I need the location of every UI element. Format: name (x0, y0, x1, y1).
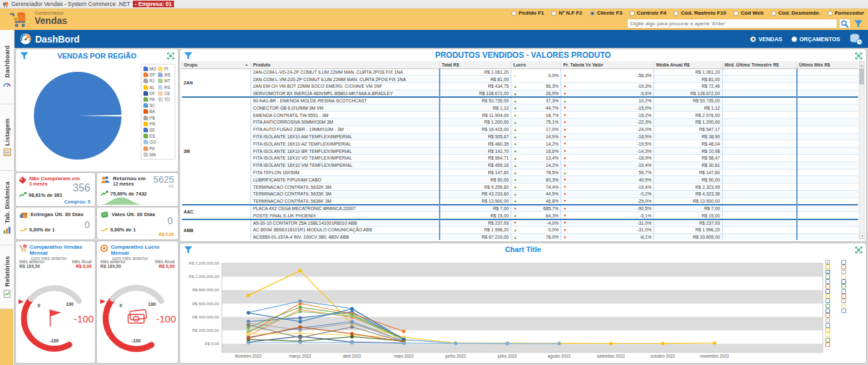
legend-item[interactable]: AL (143, 84, 158, 90)
scrollbar-thumb[interactable] (859, 68, 864, 84)
table-row[interactable]: TERMINACAO CONTRATIL 5633K 3MR$ 43.233,6… (182, 191, 859, 198)
series-checkbox[interactable] (825, 304, 830, 308)
search-mode-radio[interactable]: Nº N.F F2 (551, 10, 582, 16)
database-sync-icon[interactable] (849, 33, 863, 45)
series-checkbox[interactable] (825, 279, 830, 284)
series-checkbox[interactable] (825, 338, 830, 342)
series-checkbox[interactable] (841, 265, 846, 269)
column-header[interactable]: Produto (251, 61, 440, 68)
legend-item[interactable]: SP (143, 72, 158, 78)
series-checkbox[interactable] (825, 308, 830, 313)
kpi-card-vales[interactable]: Vales Últ. 30 Dias 0,00% de 1 0 R$ 0,00 (97, 207, 178, 239)
table-row[interactable]: ABBA9-30-10 CONTATOR 25A 1SBL141001R8010… (182, 219, 859, 227)
series-checkbox[interactable] (841, 270, 846, 275)
series-checkbox[interactable] (825, 328, 830, 332)
sidebar-item-listagem[interactable]: Listagem (0, 104, 14, 171)
scroll-up-icon[interactable]: ▲ (859, 62, 864, 68)
series-checkbox[interactable] (841, 289, 846, 294)
search-mode-radio[interactable]: Controle F4 (630, 10, 666, 16)
table-row[interactable]: FITA TEFLON 18X50MR$ 147,60▲78,5%▲59,7%R… (182, 169, 859, 176)
series-checkbox[interactable] (841, 279, 846, 284)
legend-item[interactable]: CE (158, 90, 173, 96)
legend-item[interactable]: PE (143, 146, 158, 152)
search-mode-radio[interactable]: Fornecedor (827, 10, 864, 16)
table-row[interactable]: FITA ISOLANTE 18X10 VM TEMFLEX/IMPERIALR… (182, 162, 859, 169)
table-row[interactable]: AC 800M 3BSE018101R1 MODULO COMUNICAÇÃO … (182, 227, 859, 234)
legend-item[interactable]: MA (143, 152, 158, 158)
table-header-row[interactable]: Grupo ▲ProdutoTotal R$LucroPr. Tabela Vs… (182, 61, 859, 68)
legend-item[interactable]: MS (158, 72, 173, 78)
sidebar-item-relatorios[interactable]: Relatórios (0, 245, 14, 309)
legend-item[interactable]: SE (143, 127, 158, 133)
series-checkbox[interactable] (841, 260, 846, 265)
search-mode-radio[interactable]: Cód. Rastreio F10 (673, 10, 726, 16)
search-button[interactable] (839, 19, 851, 29)
search-mode-radio[interactable]: Pedido F1 (511, 10, 544, 16)
search-input[interactable] (627, 19, 837, 29)
table-row[interactable]: 2AN EM CH VM BOT 22MM SOCO EMERG. C/CHAV… (182, 83, 859, 90)
legend-item[interactable]: PR (143, 121, 158, 127)
search-mode-radio[interactable]: Cód Web (733, 10, 764, 16)
series-checkbox[interactable] (825, 265, 830, 269)
kpi-card-nao-compraram[interactable]: Não Compraram em 3 meses 98,61% de 361 3… (16, 173, 95, 206)
sidebar-item-tab-dinamica[interactable]: Tab. Dinâmica (0, 171, 14, 245)
table-row[interactable]: EMENDA CONTRATIL TW-5551 - 3MR$ 11.904,0… (182, 112, 859, 119)
kpi-card-retornou[interactable]: Retornou em 12 meses 5625 RS 75,69% de 7… (97, 173, 178, 206)
column-header[interactable]: Média Anual R$ (654, 61, 723, 68)
table-row[interactable]: 3M90-NA1-BR - EMENDA MOLDE-RESINA SCOTCH… (182, 97, 859, 104)
legend-item[interactable]: SC (143, 102, 158, 108)
table-row[interactable]: 2AN2AN-COM-L-VD-24-2P COMUT ILUM 22MM MA… (182, 68, 859, 76)
series-checkbox[interactable] (841, 284, 846, 289)
table-row[interactable]: POSTE FINAL E-UK PHOENIXR$ 15,00▲64,3%▼-… (182, 212, 859, 219)
expand-icon[interactable] (855, 52, 863, 60)
gauge-card-vendas[interactable]: 0 Comparativo Vendas Mensal com mês ante… (16, 241, 95, 363)
legend-item[interactable]: MG (143, 66, 158, 72)
series-checkbox[interactable] (841, 294, 846, 299)
legend-item[interactable]: BA (143, 108, 158, 114)
series-checkbox[interactable] (825, 289, 830, 294)
column-header[interactable]: Pr. Tabela Vs Valor (561, 61, 654, 68)
legend-item[interactable]: ES (143, 133, 158, 139)
series-checkbox[interactable] (825, 318, 830, 323)
table-row[interactable]: FITA AUTO FUSAO 23BR - 19MMX10M - 3MR$ 1… (182, 126, 859, 133)
series-checkbox[interactable] (825, 299, 830, 303)
table-scrollbar[interactable]: ▲ ▼ (859, 61, 865, 239)
legend-item[interactable]: GO (143, 139, 158, 145)
legend-item[interactable]: RS (158, 84, 173, 90)
table-row[interactable]: LUBRIFICANTE P/PUXAM CABOR$ 50,00▲60,3%▼… (182, 176, 859, 183)
series-checkbox[interactable] (825, 323, 830, 328)
table-row[interactable]: TERMINACAO CONTRATIL 5632K 3MR$ 9.255,80… (182, 183, 859, 191)
series-checkbox[interactable] (825, 294, 830, 299)
table-row[interactable]: FITA ISOLANTE 18X10 BR TEMFLEX/IMPERIALR… (182, 148, 859, 155)
table-row[interactable]: ACS550-01-157A-4 INV. 100CV 380, 480V AB… (182, 233, 859, 240)
series-checkbox[interactable] (841, 275, 846, 279)
gauge-card-lucro[interactable]: Comparativo Lucro Mensal com mês anterio… (97, 241, 178, 363)
legend-item[interactable]: TO (158, 96, 173, 102)
column-header[interactable]: Grupo ▲ (182, 61, 251, 68)
search-mode-radio[interactable]: Cód. Desmembr. (771, 10, 820, 16)
table-row[interactable]: FITA ANTICORROSIVA 50MMX30M 3MR$ 1.200,0… (182, 119, 859, 126)
legend-item[interactable]: PA (143, 96, 158, 102)
sidebar-item-dashboard[interactable]: Dashboard (0, 30, 14, 104)
kpi-card-entregas[interactable]: Entregas Últ. 30 Dias 0,00% de 1 0 (16, 207, 95, 239)
table-row[interactable]: TERMINACAO CONTRATIL 5636K 3MR$ 13.500,0… (182, 197, 859, 205)
column-header[interactable]: Total R$ (440, 61, 511, 68)
legend-item[interactable]: PI (158, 66, 173, 72)
series-checkbox[interactable] (825, 332, 830, 337)
legend-item[interactable]: DF (143, 90, 158, 96)
series-checkbox[interactable]: ✓ (825, 270, 830, 275)
legend-item[interactable]: PB (143, 115, 158, 121)
series-checkbox[interactable] (825, 284, 830, 289)
series-checkbox[interactable] (825, 275, 830, 279)
view-radio-vendas[interactable]: VENDAS (750, 36, 782, 43)
search-mode-radio[interactable]: Cliente F3 (590, 10, 622, 16)
table-row[interactable]: CONECTOR GB 6,0/10MM 3M VMR$ 1,12▲44,7%▼… (182, 104, 859, 112)
scroll-down-icon[interactable]: ▼ (859, 233, 865, 239)
series-checkbox[interactable] (841, 304, 846, 308)
series-checkbox[interactable] (825, 313, 830, 318)
table-row[interactable]: FITA ISOLANTE 18X10 AM TEMFLEX/IMPERIALR… (182, 133, 859, 140)
series-checkbox[interactable] (841, 308, 846, 313)
legend-item[interactable]: RJ (143, 78, 158, 84)
view-radio-orcamentos[interactable]: ORÇAMENTOS (792, 36, 840, 43)
table-row[interactable]: A&CPLACA 4X2 CEGA MECATRONIC BRANCA 2200… (182, 205, 859, 212)
